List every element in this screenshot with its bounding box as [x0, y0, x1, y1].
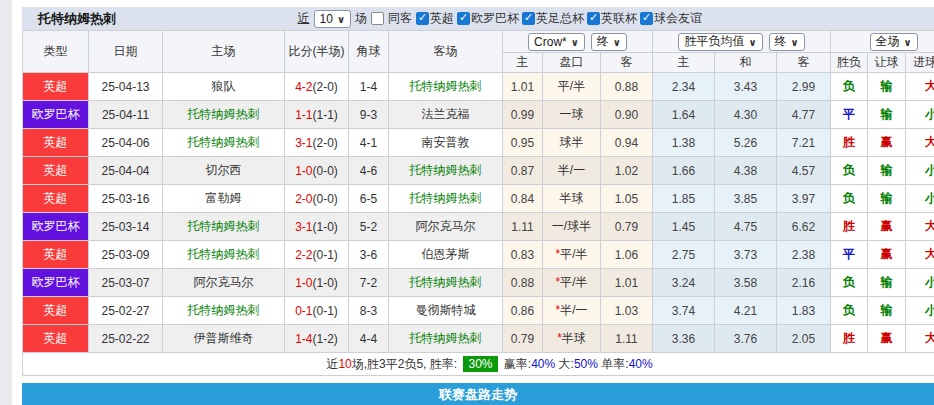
home-team: 托特纳姆热刺: [163, 297, 285, 325]
summary-middle: 场,胜3平2负5, 胜率:: [352, 357, 457, 371]
away-team: 托特纳姆热刺: [389, 185, 503, 213]
away-team: 托特纳姆热刺: [389, 157, 503, 185]
eu-draw-odds: 3.58: [715, 269, 777, 297]
subheader-goals: 进球数: [906, 53, 934, 73]
league-trend-title: 联赛盘路走势: [439, 387, 517, 402]
halftime-score: (0-0): [313, 192, 338, 206]
eu-away-odds: 7.21: [777, 129, 831, 157]
ah-away-odds: 0.88: [601, 73, 653, 101]
eu-away-odds: 6.62: [777, 213, 831, 241]
result-cell: 胜: [831, 325, 868, 353]
eu-away-odds: 2.99: [777, 73, 831, 101]
league-label: 英联杯: [601, 10, 637, 27]
away-team: 托特纳姆热刺: [389, 269, 503, 297]
ah-away-odds: 1.05: [601, 185, 653, 213]
league-filter-item[interactable]: 英超: [416, 10, 454, 27]
ah-home-odds: 0.99: [503, 101, 543, 129]
league-filter-item[interactable]: 英联杯: [587, 10, 637, 27]
big-label: 大:: [559, 357, 574, 371]
goals-result-cell: 大: [906, 213, 934, 241]
score-cell: 1-4(1-2): [285, 325, 349, 353]
corner-score: 9-3: [349, 101, 389, 129]
team-title: 托特纳姆热刺: [38, 10, 116, 28]
chevron-down-icon: [337, 12, 345, 26]
league-filter-item[interactable]: 英足总杯: [522, 10, 584, 27]
home-team: 富勒姆: [163, 185, 285, 213]
ah-line: 一/球半: [552, 219, 591, 233]
europe-time-select[interactable]: 终: [769, 33, 805, 51]
europe-odds-select[interactable]: 胜平负均值: [678, 33, 762, 51]
match-row: 英超 25-04-06 托特纳姆热刺 3-1(2-0) 4-1 南安普敦 0.9…: [23, 129, 934, 157]
scope-select[interactable]: 全场: [870, 33, 918, 51]
eu-draw-odds: 3.85: [715, 185, 777, 213]
halftime-score: (1-2): [313, 332, 338, 346]
home-team: 托特纳姆热刺: [163, 213, 285, 241]
ah-home-odds: 0.86: [503, 297, 543, 325]
recent-link[interactable]: 近: [298, 10, 310, 27]
eu-away-odds: 4.57: [777, 157, 831, 185]
league-checkbox[interactable]: [457, 12, 470, 25]
subheader-ah-line: 盘口: [543, 53, 601, 73]
league-checkbox[interactable]: [587, 12, 600, 25]
fulltime-score: 3-1: [295, 220, 312, 234]
summary-prefix: 近: [326, 357, 338, 371]
profit-label: 赢率:: [504, 357, 531, 371]
single-label: 单率:: [601, 357, 628, 371]
eu-draw-odds: 4.30: [715, 101, 777, 129]
subheader-eu-home: 主: [653, 53, 715, 73]
chevron-down-icon: [904, 35, 912, 49]
result-cell: 负: [831, 297, 868, 325]
result-cell: 负: [831, 185, 868, 213]
chevron-down-icon: [791, 35, 799, 49]
halftime-score: (0-1): [313, 248, 338, 262]
league-badge: 英超: [23, 185, 89, 213]
bookmaker-time-select[interactable]: 终: [591, 33, 627, 51]
bookmaker-select[interactable]: Crow*: [528, 33, 585, 51]
ah-home-odds: 0.84: [503, 185, 543, 213]
league-filters: 英超 欧罗巴杯 英足总杯 英联杯 球会友谊: [416, 10, 702, 27]
col-header-type: 类型: [23, 31, 89, 73]
halftime-score: (2-0): [313, 136, 338, 150]
ah-line: 平/半: [560, 247, 587, 261]
matches-tbody: 英超 25-04-13 狼队 4-2(2-0) 1-4 托特纳姆热刺 1.01 …: [23, 73, 934, 353]
eu-away-odds: 4.77: [777, 101, 831, 129]
same-away-checkbox[interactable]: [371, 12, 384, 25]
league-checkbox[interactable]: [640, 12, 653, 25]
league-checkbox[interactable]: [522, 12, 535, 25]
fulltime-score: 0-1: [295, 304, 312, 318]
profit-pct: 40%: [531, 357, 555, 371]
match-row: 英超 25-04-04 切尔西 1-0(0-0) 4-6 托特纳姆热刺 0.87…: [23, 157, 934, 185]
col-header-score: 比分(半场): [285, 31, 349, 73]
ah-line: 半球: [562, 331, 586, 345]
ah-away-odds: 0.90: [601, 101, 653, 129]
score-cell: 4-2(2-0): [285, 73, 349, 101]
score-cell: 3-1(2-0): [285, 129, 349, 157]
ah-home-odds: 0.87: [503, 157, 543, 185]
home-team: 托特纳姆热刺: [163, 241, 285, 269]
goals-result-cell: 小: [906, 297, 934, 325]
league-filter-item[interactable]: 球会友谊: [640, 10, 702, 27]
ah-line-cell: *平/半: [543, 269, 601, 297]
ah-line-cell: 一球: [543, 101, 601, 129]
recent-count-select[interactable]: 10: [314, 10, 351, 28]
goals-result-cell: 小: [906, 185, 934, 213]
subheader-eu-draw: 和: [715, 53, 777, 73]
ah-line-cell: 半/一: [543, 157, 601, 185]
ah-result-cell: 赢: [868, 325, 906, 353]
league-badge: 英超: [23, 129, 89, 157]
corner-score: 7-2: [349, 269, 389, 297]
eu-home-odds: 2.75: [653, 241, 715, 269]
league-badge: 英超: [23, 157, 89, 185]
eu-away-odds: 2.05: [777, 325, 831, 353]
away-team: 法兰克福: [389, 101, 503, 129]
ah-away-odds: 1.02: [601, 157, 653, 185]
league-badge: 英超: [23, 325, 89, 353]
match-row: 欧罗巴杯 25-03-14 托特纳姆热刺 3-1(1-0) 5-2 阿尔克马尔 …: [23, 213, 934, 241]
league-filter-item[interactable]: 欧罗巴杯: [457, 10, 519, 27]
chevron-down-icon: [571, 35, 579, 49]
league-badge: 英超: [23, 73, 89, 101]
league-checkbox[interactable]: [416, 12, 429, 25]
away-team: 南安普敦: [389, 129, 503, 157]
eu-home-odds: 3.36: [653, 325, 715, 353]
league-label: 球会友谊: [654, 10, 702, 27]
